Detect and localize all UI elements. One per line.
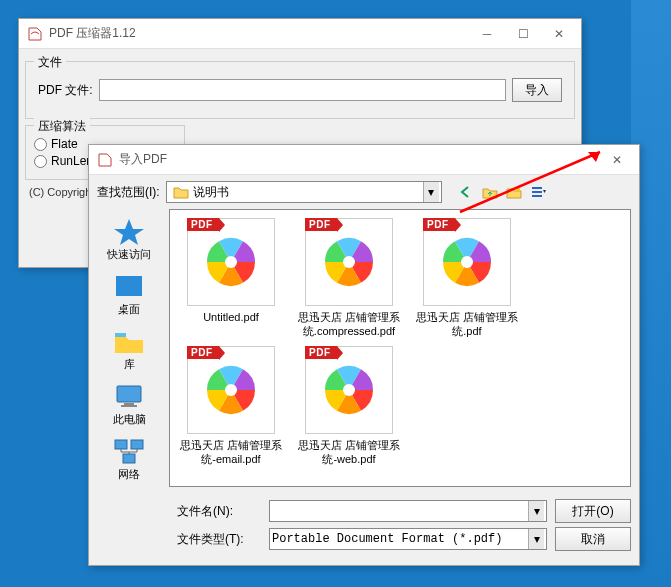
desktop-icon [112,272,146,300]
svg-rect-9 [121,405,137,407]
file-item[interactable]: PDFUntitled.pdf [178,218,284,338]
folder-icon [173,184,189,200]
file-group: 文件 PDF 文件: 导入 [25,61,575,119]
file-item[interactable]: PDF思迅天店 店铺管理系统-email.pdf [178,346,284,466]
file-name: 思迅天店 店铺管理系统-web.pdf [296,438,402,466]
libraries-icon [112,327,146,355]
file-thumbnail: PDF [305,346,393,434]
dialog-close-button[interactable]: ✕ [599,148,635,172]
svg-point-13 [225,256,237,268]
maximize-button[interactable]: ☐ [505,22,541,46]
place-desktop[interactable]: 桌面 [94,272,164,317]
pdf-file-label: PDF 文件: [38,82,93,99]
filename-combo[interactable]: ▾ [269,500,547,522]
places-bar: 快速访问桌面库此电脑网络 [89,209,169,491]
dialog-title: 导入PDF [119,151,599,168]
pdf-badge: PDF [305,218,337,231]
svg-point-15 [461,256,473,268]
svg-rect-5 [116,276,142,296]
chevron-down-icon[interactable]: ▾ [423,182,439,202]
lookin-combo[interactable]: 说明书 ▾ [166,181,442,203]
place-thispc[interactable]: 此电脑 [94,382,164,427]
close-button[interactable]: ✕ [541,22,577,46]
file-name: Untitled.pdf [203,310,259,324]
up-folder-icon[interactable] [480,182,500,202]
dialog-titlebar: 导入PDF ✕ [89,145,639,175]
back-icon[interactable] [456,182,476,202]
svg-point-0 [516,187,520,191]
svg-rect-11 [131,440,143,449]
file-thumbnail: PDF [423,218,511,306]
svg-point-14 [343,256,355,268]
svg-rect-2 [532,191,542,193]
svg-rect-7 [117,386,141,402]
file-thumbnail: PDF [187,346,275,434]
file-group-label: 文件 [34,54,66,71]
algo-group-label: 压缩算法 [34,118,90,135]
lookin-label: 查找范围(I): [97,184,160,201]
pdf-file-input[interactable] [99,79,506,101]
pdf-badge: PDF [187,218,219,231]
new-folder-icon[interactable] [504,182,524,202]
file-thumbnail: PDF [187,218,275,306]
file-item[interactable]: PDF思迅天店 店铺管理系统-web.pdf [296,346,402,466]
svg-rect-8 [124,403,134,405]
file-item[interactable]: PDF思迅天店 店铺管理系统.compressed.pdf [296,218,402,338]
svg-rect-12 [123,454,135,463]
filename-label: 文件名(N): [177,503,261,520]
chevron-down-icon[interactable]: ▾ [528,501,544,521]
view-menu-icon[interactable] [528,182,548,202]
cancel-button[interactable]: 取消 [555,527,631,551]
titlebar: PDF 压缩器1.12 ─ ☐ ✕ [19,19,581,49]
place-network[interactable]: 网络 [94,437,164,482]
chevron-down-icon[interactable]: ▾ [528,529,544,549]
filetype-label: 文件类型(T): [177,531,261,548]
place-quick[interactable]: 快速访问 [94,217,164,262]
svg-rect-1 [532,187,542,189]
svg-point-16 [225,384,237,396]
place-libraries[interactable]: 库 [94,327,164,372]
thispc-icon [112,382,146,410]
window-title: PDF 压缩器1.12 [49,25,469,42]
file-name: 思迅天店 店铺管理系统.pdf [414,310,520,338]
file-thumbnail: PDF [305,218,393,306]
svg-point-17 [343,384,355,396]
svg-rect-6 [115,333,126,337]
lookin-value: 说明书 [193,184,423,201]
network-icon [112,437,146,465]
minimize-button[interactable]: ─ [469,22,505,46]
dialog-icon [97,152,113,168]
import-button[interactable]: 导入 [512,78,562,102]
pdf-badge: PDF [423,218,455,231]
import-dialog: 导入PDF ✕ 查找范围(I): 说明书 ▾ 快速访问桌面库此电脑网络 PDFU… [88,144,640,566]
lookin-row: 查找范围(I): 说明书 ▾ [89,175,639,209]
svg-rect-3 [532,195,542,197]
filetype-combo[interactable]: Portable Document Format (*.pdf) ▾ [269,528,547,550]
app-icon [27,26,43,42]
file-name: 思迅天店 店铺管理系统.compressed.pdf [296,310,402,338]
file-listing: PDFUntitled.pdfPDF思迅天店 店铺管理系统.compressed… [169,209,631,487]
filetype-value: Portable Document Format (*.pdf) [272,532,528,546]
file-name: 思迅天店 店铺管理系统-email.pdf [178,438,284,466]
pdf-badge: PDF [187,346,219,359]
svg-rect-10 [115,440,127,449]
pdf-badge: PDF [305,346,337,359]
quick-icon [112,217,146,245]
open-button[interactable]: 打开(O) [555,499,631,523]
file-item[interactable]: PDF思迅天店 店铺管理系统.pdf [414,218,520,338]
svg-marker-4 [114,219,144,245]
